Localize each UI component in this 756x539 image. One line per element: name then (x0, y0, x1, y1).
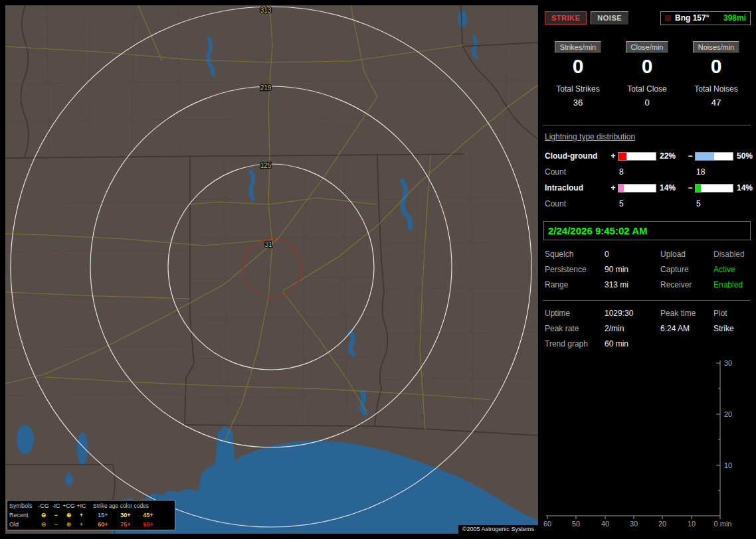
ic-negative-percent: 14% (733, 183, 753, 193)
cg-negative-count: 18 (695, 167, 733, 177)
legend-recent-row: Recent ⊖ − ⊕ + 15+ 30+ 45+ (9, 510, 173, 520)
cg-positive-gauge (618, 152, 656, 161)
total-close-value: 0 (613, 98, 682, 108)
range-value: 313 mi (605, 280, 660, 289)
total-noises-value: 47 (682, 98, 751, 108)
uptime-value: 1029:30 (605, 309, 660, 318)
divider (543, 125, 751, 125)
gauge-fill (696, 185, 701, 192)
age-code-30: 30+ (116, 512, 136, 518)
receiver-label: Receiver (660, 280, 713, 289)
squelch-label: Squelch (545, 250, 605, 259)
legend-old-row: Old ⊖ − ⊕ + 60+ 75+ 90+ (9, 520, 173, 529)
y-tick-label: 20 (724, 410, 732, 418)
x-tick-label: 40 (601, 520, 609, 528)
x-tick-label: 60 (543, 520, 551, 528)
bearing-label: Bng 157° (675, 13, 709, 23)
pos-ic-icon: + (75, 521, 88, 528)
ring-label: 313 (260, 7, 272, 14)
neg-ic-icon: − (50, 512, 62, 518)
noises-per-min-value: 0 (682, 56, 751, 77)
persistence-value: 90 min (605, 265, 660, 274)
cloud-ground-label: Cloud-ground (545, 151, 609, 161)
trend-graph-label: Trend graph (545, 339, 605, 348)
strikes-per-min-button[interactable]: Strikes/min (555, 41, 601, 53)
trend-graph-value: 60 min (605, 339, 660, 348)
distribution-title: Lightning type distribution (545, 132, 751, 141)
age-code-75: 75+ (116, 521, 136, 528)
ic-positive-gauge (618, 184, 656, 193)
neg-cg-icon: ⊖ (37, 521, 50, 528)
age-code-15: 15+ (93, 512, 113, 518)
legend-header-row: Symbols -CG -IC +CG +IC Strike age color… (9, 501, 173, 510)
x-tick-label: 20 (658, 520, 666, 528)
peak-time-label: Peak time (660, 309, 713, 318)
pos-ic-icon: + (75, 512, 88, 518)
peak-time-value: 6:24 AM (660, 324, 713, 333)
close-per-min-value: 0 (613, 56, 682, 77)
y-tick-label: 30 (724, 359, 732, 367)
close-per-min-button[interactable]: Close/min (626, 41, 669, 53)
ring-label: 219 (260, 84, 272, 92)
plot-label: Plot (713, 309, 751, 318)
strike-mode-button[interactable]: STRIKE (545, 11, 587, 25)
gauge-fill (696, 153, 714, 160)
datetime-box: 2/24/2026 9:45:02 AM (543, 221, 751, 240)
divider (543, 300, 751, 301)
uptime-label: Uptime (545, 309, 605, 318)
cg-positive-count: 8 (618, 167, 656, 177)
ic-negative-count: 5 (695, 199, 733, 208)
distribution-grid: Cloud-ground + 22% − 50% Count 8 18 Intr… (545, 148, 751, 212)
capture-label: Capture (660, 265, 713, 274)
x-tick-label: 50 (572, 520, 580, 528)
neg-cg-icon: ⊖ (37, 512, 50, 518)
plus-sign: + (609, 183, 618, 193)
bearing-distance: 398mi (723, 13, 746, 23)
age-code-90: 90+ (138, 521, 158, 528)
bearing-indicator-icon (665, 15, 671, 21)
bearing-display: Bng 157° 398mi (660, 11, 751, 25)
noises-per-min-button[interactable]: Noises/min (693, 41, 739, 53)
intracloud-label: Intracloud (545, 183, 609, 193)
gauge-fill (618, 185, 624, 192)
age-code-60: 60+ (93, 521, 113, 528)
count-label: Count (545, 167, 609, 177)
legend-old-label: Old (9, 521, 37, 528)
cg-positive-percent: 22% (656, 151, 686, 161)
ic-negative-gauge (695, 184, 733, 193)
total-strikes-value: 36 (543, 98, 613, 108)
map-svg: 313 219 125 31 (5, 5, 538, 534)
minus-sign: − (686, 151, 695, 161)
pos-cg-icon: ⊕ (62, 521, 75, 528)
pos-cg-icon: ⊕ (62, 512, 75, 518)
ring-label: 31 (264, 241, 272, 248)
gauge-fill (618, 153, 626, 160)
close-per-min-column: Close/min 0 Total Close 0 (613, 41, 682, 108)
x-tick-label: 10 (688, 520, 696, 528)
y-tick-label: 10 (724, 461, 732, 469)
cg-negative-percent: 50% (733, 151, 753, 161)
copyright-text: ©2005 Astrogenic Systems (458, 525, 538, 534)
cg-negative-gauge (695, 152, 733, 161)
minus-sign: − (686, 183, 695, 193)
persistence-label: Persistence (545, 265, 605, 274)
legend-recent-label: Recent (9, 512, 37, 518)
trend-axes (546, 360, 720, 519)
trend-tick-labels: 30 20 10 60 50 40 30 20 10 0 min (543, 359, 732, 528)
status-panel: STRIKE NOISE Bng 157° 398mi Strikes/min … (543, 5, 751, 529)
total-noises-label: Total Noises (682, 84, 751, 94)
legend-col-neg-ic: -IC (50, 502, 62, 509)
age-code-45: 45+ (138, 512, 158, 518)
capture-status: Active (713, 265, 751, 274)
noise-mode-button[interactable]: NOISE (591, 11, 628, 25)
plus-sign: + (609, 151, 618, 161)
current-datetime: 2/24/2026 9:45:02 AM (548, 225, 648, 236)
stats-grid: Uptime 1029:30 Peak time Plot Peak rate … (545, 309, 751, 348)
strikes-per-min-column: Strikes/min 0 Total Strikes 36 (543, 41, 613, 108)
strikes-per-min-value: 0 (543, 56, 613, 77)
total-strikes-label: Total Strikes (543, 84, 613, 94)
ring-label: 125 (260, 162, 272, 169)
legend-symbols-title: Symbols (9, 502, 37, 509)
lightning-map[interactable]: 313 219 125 31 Symbols -CG -IC +CG +IC S… (5, 5, 538, 534)
receiver-status: Enabled (713, 280, 751, 289)
